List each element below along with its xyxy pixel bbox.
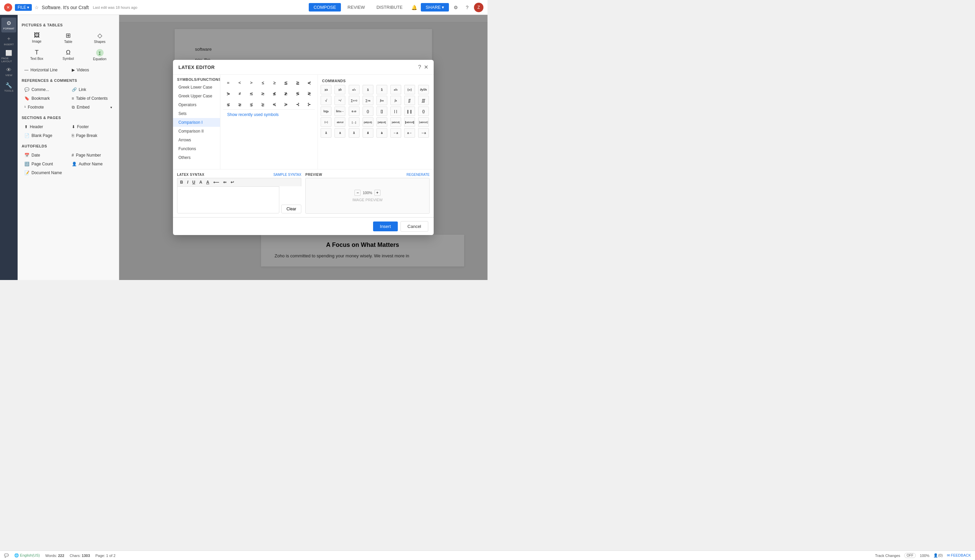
sym-cat-functions[interactable]: Functions bbox=[173, 144, 220, 153]
sym-cell[interactable]: ⋨ bbox=[246, 99, 256, 109]
sym-cat-greek-upper[interactable]: Greek Upper Case bbox=[173, 92, 220, 100]
sym-cell[interactable]: ≽ bbox=[281, 99, 291, 109]
sym-cell[interactable]: = bbox=[223, 77, 233, 88]
sym-cell[interactable]: ⊰ bbox=[293, 99, 303, 109]
sym-cell[interactable]: ⋧ bbox=[235, 99, 245, 109]
sym-cell[interactable]: ≥ bbox=[269, 77, 279, 88]
author-name-item[interactable]: 👤 Author Name bbox=[69, 160, 115, 168]
cmd-cell[interactable]: ⌊ab/cd⌋ bbox=[418, 117, 429, 127]
sym-cell[interactable]: ≧ bbox=[293, 77, 303, 88]
footnote-item[interactable]: ¹ Footnote bbox=[22, 103, 68, 112]
close-app-button[interactable]: ✕ bbox=[4, 3, 12, 12]
cmd-cell[interactable]: ∭ bbox=[418, 96, 429, 105]
table-item[interactable]: ⊞ Table bbox=[53, 30, 83, 46]
sym-cell[interactable]: ⋩ bbox=[258, 99, 268, 109]
regenerate-link[interactable]: REGENERATE bbox=[406, 173, 430, 177]
shapes-item[interactable]: ◇ Shapes bbox=[85, 30, 115, 46]
sym-cat-others[interactable]: Others bbox=[173, 153, 220, 162]
cmd-cell[interactable]: | | bbox=[390, 107, 401, 116]
page-number-item[interactable]: # Page Number bbox=[69, 151, 115, 160]
cmd-cell[interactable]: ∫a bbox=[390, 96, 401, 105]
cmd-cell[interactable]: x̃ bbox=[376, 85, 387, 94]
text-box-item[interactable]: T Text Box bbox=[22, 47, 52, 63]
cmd-cell[interactable]: ‖ ‖ bbox=[404, 107, 415, 116]
cmd-cell[interactable]: xa bbox=[321, 85, 331, 94]
sym-cell[interactable]: ⋞ bbox=[304, 77, 314, 88]
cmd-cell[interactable]: x̄ bbox=[363, 85, 373, 94]
latex-input-field[interactable] bbox=[177, 186, 279, 213]
zoom-in-button[interactable]: + bbox=[375, 190, 381, 196]
share-button[interactable]: SHARE ▾ bbox=[421, 3, 449, 12]
sym-cat-greek-lower[interactable]: Greek Lower Case bbox=[173, 83, 220, 92]
image-item[interactable]: 🖼 Image bbox=[22, 30, 52, 46]
cmd-cell[interactable]: ⁿ√ bbox=[334, 96, 345, 105]
cmd-cell[interactable]: a/b bbox=[390, 85, 401, 94]
cmd-cell[interactable]: limn→ bbox=[334, 107, 345, 116]
sym-cat-operators[interactable]: Operators bbox=[173, 100, 220, 109]
star-icon[interactable]: ☆ bbox=[35, 5, 39, 10]
cmd-cell[interactable]: (nr) bbox=[404, 85, 415, 94]
settings-icon[interactable]: ⚙ bbox=[451, 3, 460, 12]
page-count-item[interactable]: 🔢 Page Count bbox=[22, 160, 68, 168]
sym-cell[interactable]: ≶ bbox=[293, 88, 303, 98]
cmd-cell[interactable]: ∑n=0 bbox=[349, 96, 360, 105]
sym-cell[interactable]: ≦ bbox=[281, 77, 291, 88]
horizontal-line-item[interactable]: — Horizontal Line bbox=[22, 66, 68, 74]
cmd-cell[interactable]: |ab/cd| bbox=[390, 117, 401, 127]
cmd-cell[interactable]: a⃗ bbox=[363, 128, 373, 138]
modal-help-button[interactable]: ? bbox=[418, 64, 421, 70]
sym-cell[interactable]: ⋦ bbox=[223, 99, 233, 109]
sidebar-item-insert[interactable]: ＋ INSERT bbox=[2, 33, 16, 48]
sym-cell[interactable]: ⋟ bbox=[223, 88, 233, 98]
insert-button[interactable]: Insert bbox=[373, 222, 398, 231]
sym-cell[interactable]: > bbox=[246, 77, 256, 88]
latex-return-button[interactable]: ↩ bbox=[229, 179, 236, 185]
cmd-cell[interactable]: e-iθ bbox=[349, 107, 360, 116]
compose-button[interactable]: COMPOSE bbox=[309, 3, 341, 12]
help-icon[interactable]: ? bbox=[462, 3, 472, 12]
modal-close-button[interactable]: ✕ bbox=[424, 64, 428, 70]
toc-item[interactable]: ≡ Table of Contents bbox=[69, 94, 115, 103]
cmd-cell[interactable]: ∂y/∂x bbox=[418, 85, 429, 94]
sym-cell[interactable]: ⊱ bbox=[304, 99, 314, 109]
footer-item[interactable]: ⬇ Footer bbox=[69, 122, 115, 131]
file-menu-button[interactable]: FILE ▾ bbox=[15, 4, 32, 11]
review-button[interactable]: REVIEW bbox=[343, 3, 370, 12]
sidebar-item-tools[interactable]: 🔧 TOOLS bbox=[2, 80, 16, 95]
latex-italic-button[interactable]: I bbox=[186, 179, 190, 185]
latex-underline-button[interactable]: U bbox=[191, 179, 197, 185]
cmd-cell[interactable]: {} bbox=[418, 107, 429, 116]
distribute-button[interactable]: DISTRIBUTE bbox=[372, 3, 407, 12]
sidebar-item-view[interactable]: 👁 VIEW bbox=[2, 64, 16, 79]
cmd-cell[interactable]: ∑na bbox=[363, 96, 373, 105]
latex-bold-button[interactable]: B bbox=[179, 179, 185, 185]
symbol-item[interactable]: Ω Symbol bbox=[53, 47, 83, 63]
cancel-button[interactable]: Cancel bbox=[400, 221, 428, 232]
sidebar-item-page-layout[interactable]: ⬜ PAGE LAYOUT bbox=[2, 49, 16, 63]
sym-cell[interactable]: ≷ bbox=[304, 88, 314, 98]
latex-font-button[interactable]: A bbox=[198, 179, 204, 185]
notifications-icon[interactable]: 🔔 bbox=[409, 3, 419, 12]
latex-arrow2-button[interactable]: ⇐ bbox=[221, 179, 228, 185]
cmd-cell[interactable]: ←a bbox=[390, 128, 401, 138]
page-break-item[interactable]: ⎘ Page Break bbox=[69, 131, 115, 140]
sym-cat-sets[interactable]: Sets bbox=[173, 109, 220, 118]
sym-cat-arrows[interactable]: Arrows bbox=[173, 136, 220, 144]
sym-cell[interactable]: ≲ bbox=[246, 88, 256, 98]
show-recent-symbols[interactable]: Show recently used symbols bbox=[223, 109, 315, 120]
cmd-cell[interactable]: logx bbox=[321, 107, 331, 116]
equation-item[interactable]: ∑ Equation bbox=[85, 47, 115, 63]
clear-button[interactable]: Clear bbox=[281, 205, 301, 213]
sym-cell[interactable]: < bbox=[235, 77, 245, 88]
cmd-cell[interactable]: ab/cd bbox=[334, 117, 345, 127]
cmd-cell[interactable]: ↔a bbox=[418, 128, 429, 138]
cmd-cell[interactable]: ȧ bbox=[376, 128, 387, 138]
sym-cell[interactable]: ≠ bbox=[235, 88, 245, 98]
document-name-item[interactable]: 📝 Document Name bbox=[22, 168, 68, 177]
cmd-cell[interactable]: ∫ba bbox=[376, 96, 387, 105]
latex-arrow1-button[interactable]: ⟵ bbox=[212, 179, 221, 185]
videos-item[interactable]: ▶ Videos bbox=[69, 66, 115, 74]
sym-cat-comparison2[interactable]: Comparison II bbox=[173, 127, 220, 136]
cmd-cell[interactable]: √ bbox=[321, 96, 331, 105]
cmd-cell[interactable]: ã bbox=[349, 128, 360, 138]
